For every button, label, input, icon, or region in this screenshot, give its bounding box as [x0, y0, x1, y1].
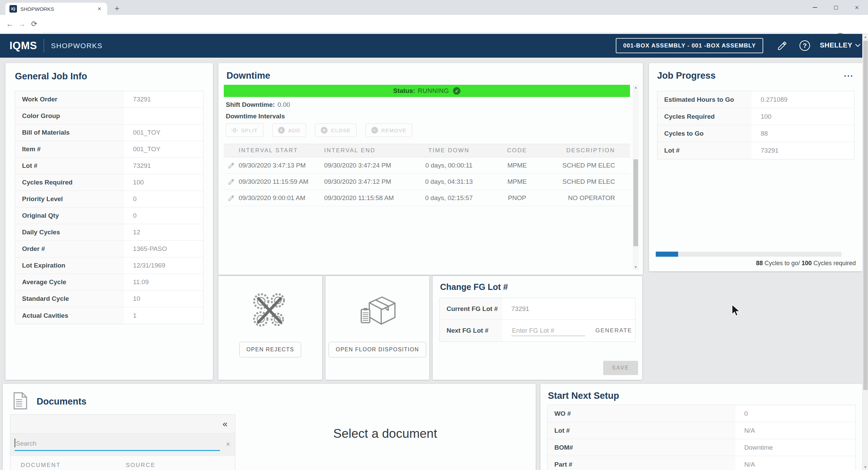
maximize-icon: [834, 6, 838, 9]
row-value: 10: [124, 295, 140, 302]
row-value: 100: [752, 113, 771, 120]
column-header: DOCUMENT: [21, 462, 126, 469]
table-row: Priority Level0: [15, 191, 203, 208]
status-bar: Status: RUNNING ✓: [224, 85, 630, 97]
progress-bar-fill: [656, 252, 678, 257]
shift-downtime-value: 0.00: [278, 101, 290, 108]
favicon-iqms: IQ: [9, 5, 17, 13]
split-icon: [232, 128, 238, 133]
current-fg-lot-label: Current FG Lot #: [440, 298, 502, 319]
generate-button[interactable]: GENERATE: [595, 327, 632, 334]
split-button[interactable]: SPLIT: [226, 123, 263, 137]
open-floor-disposition-button[interactable]: OPEN FLOOR DISPOSITION: [329, 342, 426, 357]
help-icon[interactable]: ?: [800, 40, 810, 51]
panel-title: Downtime: [226, 71, 270, 81]
user-menu[interactable]: SHELLEY: [820, 41, 861, 49]
row-label: Daily Cycles: [15, 224, 124, 240]
downtime-scrollbar[interactable]: ▲ ▼: [633, 85, 639, 270]
browser-tab[interactable]: IQ SHOPWORKS ×: [5, 3, 107, 15]
downtime-interval-row[interactable]: 09/30/2020 11:15:59 AM 09/30/2020 3:47:1…: [224, 174, 630, 190]
window-minimize-button[interactable]: [805, 0, 825, 15]
add-button[interactable]: + ADD: [272, 123, 306, 137]
row-label: BOM#: [548, 439, 735, 456]
scrollbar-thumb[interactable]: [863, 41, 868, 390]
row-value: N/A: [735, 461, 755, 468]
x-circle-icon: ×: [321, 127, 328, 134]
time-down: 0 days, 02:15:57: [413, 194, 485, 202]
panel-title: Job Progress: [657, 71, 716, 81]
workcenter-button[interactable]: 001-BOX ASSEMBLY - 001 -BOX ASSEMBLY: [616, 38, 763, 53]
row-label: Cycles to Go: [657, 125, 752, 142]
code: MPME: [485, 162, 549, 169]
row-label: Actual Cavities: [15, 307, 124, 324]
clear-search-icon[interactable]: ×: [226, 440, 230, 449]
mouse-cursor: [731, 304, 741, 318]
code: PNOP: [485, 194, 549, 202]
scroll-down-icon[interactable]: ▼: [863, 464, 868, 470]
shift-downtime: Shift Downtime:0.00: [226, 101, 290, 109]
row-label: Cycles Required: [15, 174, 124, 191]
row-value: 0: [124, 212, 137, 219]
search-input[interactable]: [15, 438, 220, 451]
back-button[interactable]: ←: [5, 20, 15, 28]
close-label: CLOSE: [331, 128, 351, 133]
row-value: 100: [124, 179, 144, 186]
row-value: 88: [752, 130, 768, 137]
table-row: Cycles to Go88: [657, 125, 854, 142]
forward-button[interactable]: →: [17, 20, 27, 28]
close-icon: ×: [855, 4, 859, 11]
start-next-setup-table: WO #0 Lot #N/A BOM#Downtime Part #N/A: [547, 405, 856, 470]
edit-pencil-icon[interactable]: [224, 178, 239, 185]
reload-button[interactable]: ⟳: [29, 20, 39, 28]
column-header: TIME DOWN: [413, 147, 485, 154]
progress-footer: 88 Cycles to go/ 100 Cycles required: [756, 260, 856, 267]
remove-button[interactable]: − REMOVE: [366, 123, 412, 137]
table-row: Next FG Lot # GENERATE: [440, 320, 635, 341]
split-label: SPLIT: [241, 128, 258, 133]
header-divider: [44, 39, 44, 53]
edit-pencil-icon[interactable]: [224, 162, 239, 169]
tab-close-icon[interactable]: ×: [96, 5, 103, 13]
row-label: WO #: [548, 405, 735, 422]
save-button[interactable]: SAVE: [603, 361, 638, 375]
interval-start: 09/30/2020 11:15:59 AM: [239, 178, 324, 185]
downtime-interval-row[interactable]: 09/30/2020 9:00:01 AM 09/30/2020 11:15:5…: [224, 190, 630, 206]
scroll-up-icon[interactable]: ▲: [863, 34, 868, 40]
column-header: SOURCE: [126, 462, 156, 469]
edit-pencil-icon[interactable]: [777, 41, 787, 52]
scrollbar-thumb[interactable]: [633, 159, 638, 246]
tab-title: SHOPWORKS: [20, 6, 96, 12]
scroll-down-icon[interactable]: ▼: [633, 265, 639, 270]
row-label: Standard Cycle: [15, 291, 124, 307]
general-job-info-panel: General Job Info Work Order73291 Color G…: [5, 63, 213, 380]
interval-start: 09/30/2020 3:47:13 PM: [239, 162, 324, 169]
next-fg-lot-label: Next FG Lot #: [440, 320, 502, 341]
collapse-pane-icon[interactable]: «: [223, 419, 228, 429]
fg-lot-table: Current FG Lot # 73291 Next FG Lot # GEN…: [439, 298, 635, 342]
remove-label: REMOVE: [381, 128, 407, 133]
new-tab-button[interactable]: +: [112, 3, 122, 14]
row-label: Cycles Required: [657, 108, 752, 125]
close-interval-button[interactable]: × CLOSE: [315, 123, 356, 137]
edit-pencil-icon[interactable]: [224, 195, 239, 201]
app-name: SHOPWORKS: [51, 42, 102, 50]
downtime-interval-row[interactable]: 09/30/2020 3:47:13 PM 09/30/2020 3:47:24…: [224, 157, 630, 174]
next-fg-lot-input[interactable]: [511, 326, 585, 336]
table-row: WO #0: [548, 405, 855, 422]
more-options-icon[interactable]: ...: [844, 69, 854, 79]
window-close-button[interactable]: ×: [847, 0, 867, 15]
open-rejects-button[interactable]: OPEN REJECTS: [239, 342, 301, 357]
page-scrollbar[interactable]: ▲ ▼: [862, 34, 868, 470]
scroll-up-icon[interactable]: ▲: [633, 85, 639, 90]
document-table-header: DOCUMENT SOURCE: [11, 456, 235, 470]
table-row: BOM#Downtime: [548, 439, 855, 456]
row-label: Order #: [15, 241, 124, 257]
row-label: Original Qty: [15, 208, 124, 224]
window-maximize-button[interactable]: [826, 0, 846, 15]
document-list-pane: « × DOCUMENT SOURCE: [10, 414, 235, 470]
gears-reject-icon: [218, 288, 322, 336]
table-row: Lot Expiration12/31/1969: [15, 257, 203, 274]
row-value: 12/31/1969: [124, 262, 165, 269]
panel-title: Change FG Lot #: [440, 282, 508, 292]
table-row: Bill of Materials001_TOY: [15, 124, 203, 141]
